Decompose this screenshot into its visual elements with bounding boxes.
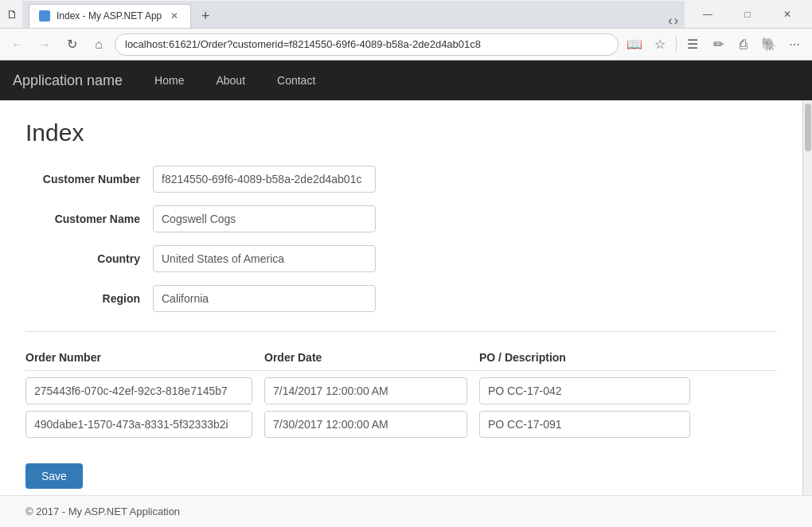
forward-button[interactable]: → bbox=[33, 33, 56, 56]
nav-contact[interactable]: Contact bbox=[271, 71, 322, 90]
customer-number-input[interactable] bbox=[153, 166, 376, 193]
customer-name-label: Customer Name bbox=[25, 213, 153, 225]
customer-name-input[interactable] bbox=[153, 205, 376, 232]
more-button[interactable]: ··· bbox=[783, 33, 806, 56]
toolbar-divider bbox=[676, 37, 677, 53]
title-bar: 🗋 Index - My ASP.NET App ✕ + ‹ › — □ ✕ bbox=[0, 0, 812, 29]
country-label: Country bbox=[25, 252, 153, 265]
address-bar-row: ← → ↻ ⌂ 📖 ☆ ☰ ✏ ⎙ 🐘 ··· bbox=[0, 29, 812, 61]
tab-title: Index - My ASP.NET App bbox=[57, 10, 162, 21]
country-row: Country bbox=[25, 245, 777, 272]
page-icon: 🗋 bbox=[6, 8, 18, 21]
table-row bbox=[25, 411, 777, 438]
browser-system-icons: 🗋 bbox=[6, 8, 18, 21]
bookmark-button[interactable]: ☆ bbox=[649, 33, 671, 56]
orders-section: Order Number Order Date PO / Description bbox=[25, 331, 777, 438]
customer-number-row: Customer Number bbox=[25, 166, 777, 193]
col-header-order-date: Order Date bbox=[264, 351, 479, 364]
reload-button[interactable]: ↻ bbox=[61, 33, 83, 56]
address-input[interactable] bbox=[115, 33, 619, 56]
tab-arrow-left[interactable]: ‹ bbox=[668, 14, 672, 28]
save-button[interactable]: Save bbox=[25, 463, 83, 489]
order-number-input-0[interactable] bbox=[25, 377, 252, 404]
minimize-button[interactable]: — bbox=[689, 1, 726, 28]
nav-about[interactable]: About bbox=[209, 71, 252, 90]
home-button[interactable]: ⌂ bbox=[88, 33, 110, 56]
scrollbar-track[interactable] bbox=[802, 100, 812, 495]
main-content: Index Customer Number Customer Name Coun… bbox=[0, 100, 802, 495]
tab-bar: Index - My ASP.NET App ✕ + ‹ › bbox=[22, 1, 685, 28]
pen-button[interactable]: ✏ bbox=[707, 33, 729, 56]
window-controls: — □ ✕ bbox=[689, 1, 806, 28]
app-name: Application name bbox=[13, 72, 123, 89]
tab-close-button[interactable]: ✕ bbox=[168, 10, 181, 22]
order-number-input-1[interactable] bbox=[25, 411, 252, 438]
customer-name-row: Customer Name bbox=[25, 205, 777, 232]
table-row bbox=[25, 377, 777, 404]
active-tab[interactable]: Index - My ASP.NET App ✕ bbox=[29, 4, 191, 28]
order-date-input-1[interactable] bbox=[264, 411, 467, 438]
toolbar-right: 📖 ☆ ☰ ✏ ⎙ 🐘 ··· bbox=[623, 33, 806, 56]
close-button[interactable]: ✕ bbox=[769, 1, 806, 28]
extensions-button[interactable]: 🐘 bbox=[758, 33, 780, 56]
maximize-button[interactable]: □ bbox=[729, 1, 766, 28]
hamburger-menu-button[interactable]: ☰ bbox=[681, 33, 704, 56]
new-tab-button[interactable]: + bbox=[194, 6, 217, 28]
region-label: Region bbox=[25, 292, 153, 305]
country-input[interactable] bbox=[153, 245, 376, 272]
app-navbar: Application name Home About Contact bbox=[0, 61, 812, 100]
page-title: Index bbox=[25, 119, 777, 146]
order-po-input-1[interactable] bbox=[479, 411, 690, 438]
order-po-input-0[interactable] bbox=[479, 377, 690, 404]
footer-text: © 2017 - My ASP.NET Application bbox=[25, 506, 180, 517]
orders-header: Order Number Order Date PO / Description bbox=[25, 345, 777, 371]
nav-home[interactable]: Home bbox=[148, 71, 190, 90]
customer-number-label: Customer Number bbox=[25, 173, 153, 185]
share-button[interactable]: ⎙ bbox=[732, 33, 755, 56]
scrollbar-thumb[interactable] bbox=[805, 103, 811, 151]
app-footer: © 2017 - My ASP.NET Application bbox=[0, 495, 812, 527]
order-date-input-0[interactable] bbox=[264, 377, 467, 404]
region-row: Region bbox=[25, 285, 777, 312]
col-header-order-number: Order Number bbox=[25, 351, 264, 364]
tab-arrow-right[interactable]: › bbox=[674, 14, 678, 28]
col-header-po-desc: PO / Description bbox=[479, 351, 702, 364]
tab-favicon bbox=[39, 10, 50, 21]
customer-form: Customer Number Customer Name Country Re… bbox=[25, 166, 777, 312]
region-input[interactable] bbox=[153, 285, 376, 312]
reader-view-button[interactable]: 📖 bbox=[623, 33, 646, 56]
back-button[interactable]: ← bbox=[6, 33, 29, 56]
tab-scroll-arrows: ‹ › bbox=[668, 14, 685, 28]
content-wrapper: Index Customer Number Customer Name Coun… bbox=[0, 100, 812, 495]
